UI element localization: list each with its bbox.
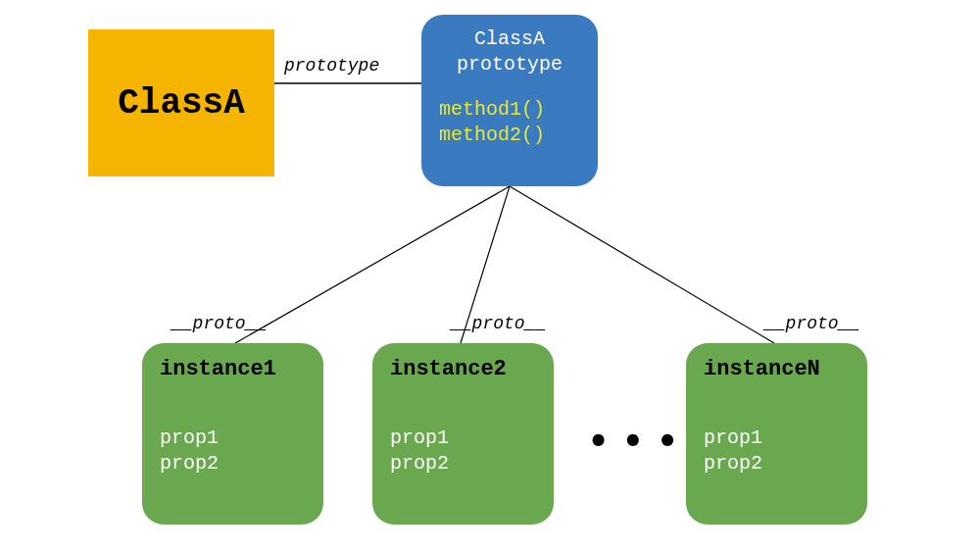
instance-prop: prop1 — [390, 426, 536, 451]
prototype-method: method2() — [439, 123, 580, 148]
svg-line-3 — [510, 186, 774, 343]
instance-name: instance1 — [160, 357, 306, 381]
proto-edge-label: __proto__ — [764, 314, 859, 333]
instance-prop: prop2 — [390, 451, 536, 477]
class-box: ClassA — [88, 29, 274, 176]
instance-prop: prop1 — [160, 426, 306, 451]
instance-name: instanceN — [704, 357, 850, 381]
prototype-title-line2: prototype — [457, 53, 563, 75]
prototype-title-line1: ClassA — [474, 27, 545, 50]
instance-box: instance1 prop1 prop2 — [142, 343, 323, 525]
class-name: ClassA — [118, 83, 245, 124]
instance-prop: prop1 — [704, 426, 850, 451]
proto-edge-label: __proto__ — [451, 314, 546, 333]
instance-box: instanceN prop1 prop2 — [686, 343, 867, 525]
prototype-box: ClassA prototype method1() method2() — [421, 15, 598, 186]
ellipsis-icon: ••• — [586, 420, 690, 467]
instance-box: instance2 prop1 prop2 — [372, 343, 554, 525]
instance-prop: prop2 — [160, 451, 306, 477]
prototype-method: method1() — [439, 97, 580, 123]
proto-edge-label: __proto__ — [172, 314, 267, 333]
instance-prop: prop2 — [704, 451, 850, 477]
prototype-edge-label: prototype — [284, 56, 379, 75]
instance-name: instance2 — [390, 357, 536, 381]
prototype-title: ClassA prototype — [439, 26, 580, 77]
